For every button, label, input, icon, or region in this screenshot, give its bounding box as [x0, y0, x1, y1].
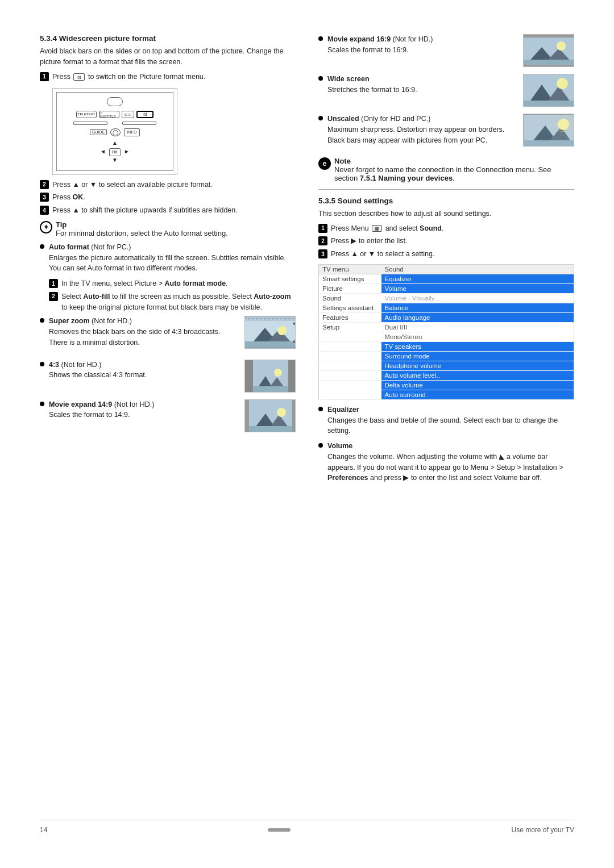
43-image — [244, 360, 296, 393]
svg-rect-17 — [253, 386, 288, 393]
menu-row-headphone: Headphone volume — [319, 361, 574, 370]
auto-step-1: 1 In the TV menu, select Picture > Auto … — [49, 278, 296, 289]
menu-row-mono: Mono/Stereo — [319, 332, 574, 341]
bullet-auto: Auto format (Not for PC.) Enlarges the p… — [40, 242, 296, 274]
svg-rect-44 — [524, 140, 574, 147]
menu-cell-settings-left: Settings assistant — [319, 303, 381, 312]
menu-icon: ▦ — [372, 225, 382, 232]
page-footer: 14 Use more of your TV — [40, 820, 574, 834]
menu-cell-dual: Dual I/II — [381, 322, 574, 332]
superzoom-image: ▼ ▲ — [244, 316, 296, 349]
menu-row-autovol: Auto volume level.. — [319, 370, 574, 380]
step-num-3: 3 — [40, 193, 49, 202]
extra-btn1: ⊞ ⊡ — [122, 111, 134, 118]
sound-steps: 1 Press Menu ▦ and select Sound. 2 Press… — [318, 223, 574, 260]
bullet-dot-43 — [40, 362, 44, 366]
slider1 — [73, 122, 107, 125]
bullet-dot-auto — [40, 244, 44, 249]
menu-cell-autosurround: Auto surround — [381, 390, 574, 399]
widescreen-image — [523, 74, 574, 107]
footer-bar — [268, 828, 291, 832]
bullet-widescreen: Wide screen Stretches the format to 16:9… — [318, 74, 517, 95]
169-svg — [523, 34, 574, 67]
svg-rect-33 — [524, 60, 574, 65]
menu-cell-empty6 — [319, 380, 381, 390]
svg-point-24 — [277, 408, 286, 417]
unscaled-svg — [523, 114, 574, 147]
menu-cell-empty3 — [319, 351, 381, 361]
bullet-superzoom: Super zoom (Not for HD.) Removes the bla… — [40, 316, 239, 348]
menu-header-left: TV menu — [319, 264, 381, 274]
step-4-text: Press ▲ to shift the picture upwards if … — [52, 205, 238, 216]
format-169-desc: Movie expand 16:9 (Not for HD.) Scales t… — [318, 34, 517, 60]
dpad-ok: OK — [109, 148, 121, 156]
unscaled-text: Unscaled (Only for HD and PC.) Maximum s… — [327, 114, 517, 145]
menu-cell-empty7 — [319, 390, 381, 399]
menu-cell-surround: Surround mode — [381, 351, 574, 361]
bullet-dot-eq — [318, 407, 323, 411]
format-superzoom-desc: Super zoom (Not for HD.) Removes the bla… — [40, 316, 239, 352]
page: 5.3.4 Widescreen picture format Avoid bl… — [0, 0, 614, 868]
svg-point-32 — [557, 41, 566, 51]
format-superzoom: Super zoom (Not for HD.) Removes the bla… — [40, 316, 296, 352]
bullet-169: Movie expand 16:9 (Not for HD.) Scales t… — [318, 34, 517, 56]
menu-cell-smart-left: Smart settings — [319, 274, 381, 283]
info-btn: INFO — [124, 128, 140, 136]
sound-step-num-3: 3 — [318, 249, 327, 258]
auto-step-2-text: Select Auto-fill to fill the screen as m… — [61, 291, 296, 313]
149-svg — [244, 399, 296, 432]
step-2: 2 Press ▲ or ▼ to select an available pi… — [40, 180, 296, 190]
step-2-text: Press ▲ or ▼ to select an available pict… — [52, 180, 213, 190]
footer-right-text: Use more of your TV — [512, 826, 574, 834]
step-1-text: Press ⊡ to switch on the Picture format … — [52, 72, 205, 82]
step-4: 4 Press ▲ to shift the picture upwards i… — [40, 205, 296, 216]
bullet-149: Movie expand 14:9 (Not for HD.) Scales t… — [40, 399, 239, 421]
sound-step-2: 2 Press ▶ to enter the list. — [318, 236, 574, 247]
menu-header-row: TV menu Sound — [319, 264, 574, 274]
format-unscaled: Unscaled (Only for HD and PC.) Maximum s… — [318, 114, 574, 150]
page-number: 14 — [40, 826, 47, 834]
guide-row: GUIDE ◯ INFO — [90, 128, 140, 136]
svg-point-4 — [277, 326, 287, 335]
note-label: Note — [334, 157, 351, 165]
menu-cell-balance: Balance — [381, 303, 574, 312]
format-169: Movie expand 16:9 (Not for HD.) Scales t… — [318, 34, 574, 67]
menu-cell-picture-left: Picture — [319, 283, 381, 293]
auto-step-num-1: 1 — [49, 279, 58, 288]
menu-row-picture: Picture Volume — [319, 283, 574, 293]
left-column: 5.3.4 Widescreen picture format Avoid bl… — [40, 34, 296, 803]
remote-top-oval — [107, 97, 123, 106]
sound-step-3: 3 Press ▲ or ▼ to select a setting. — [318, 249, 574, 260]
svg-rect-25 — [249, 426, 292, 432]
widescreen-text: Wide screen Stretches the format to 16:9… — [327, 74, 417, 95]
149-image — [244, 399, 296, 432]
svg-rect-38 — [524, 101, 574, 107]
tip-text: For minimal distortion, select the Auto … — [56, 229, 228, 237]
bullet-auto-text: Auto format (Not for PC.) Enlarges the p… — [49, 242, 296, 274]
step-num-1: 1 — [40, 72, 49, 81]
menu-cell-volume: Volume — [381, 283, 574, 293]
superzoom-svg: ▼ ▲ — [244, 316, 296, 349]
menu-row-tvspeakers: TV speakers — [319, 341, 574, 351]
teletext-btn: TELETEXT — [76, 111, 97, 118]
dpad-down: ▼ — [109, 157, 121, 165]
svg-point-16 — [274, 369, 282, 377]
sound-menu-table: TV menu Sound Smart settings Equalizer P… — [318, 264, 574, 400]
format-button-remote: ⊡ — [136, 111, 154, 118]
menu-cell-empty4 — [319, 361, 381, 370]
auto-step-2: 2 Select Auto-fill to fill the screen as… — [49, 291, 296, 313]
note-icon: e — [318, 157, 331, 170]
format-149: Movie expand 14:9 (Not for HD.) Scales t… — [40, 399, 296, 432]
bullet-dot-unscaled — [318, 116, 323, 120]
bullet-auto-item: Auto format (Not for PC.) Enlarges the p… — [40, 242, 296, 274]
remote-oval-btn — [107, 97, 123, 106]
menu-cell-audio-lang: Audio language — [381, 312, 574, 322]
tip-box: ✦ Tip For minimal distortion, select the… — [40, 220, 296, 237]
step-1: 1 Press ⊡ to switch on the Picture forma… — [40, 72, 296, 82]
subtitle-btn: ⊡ SUBTITLE — [99, 111, 119, 118]
eq-text: Equalizer Changes the bass and treble of… — [327, 404, 574, 436]
menu-row-settings: Settings assistant Balance — [319, 303, 574, 312]
format-43-desc: 4:3 (Not for HD.) Shows the classical 4:… — [40, 360, 239, 386]
section-title-left: 5.3.4 Widescreen picture format — [40, 34, 296, 43]
note-box: e Note Never forget to name the connecti… — [318, 157, 574, 182]
